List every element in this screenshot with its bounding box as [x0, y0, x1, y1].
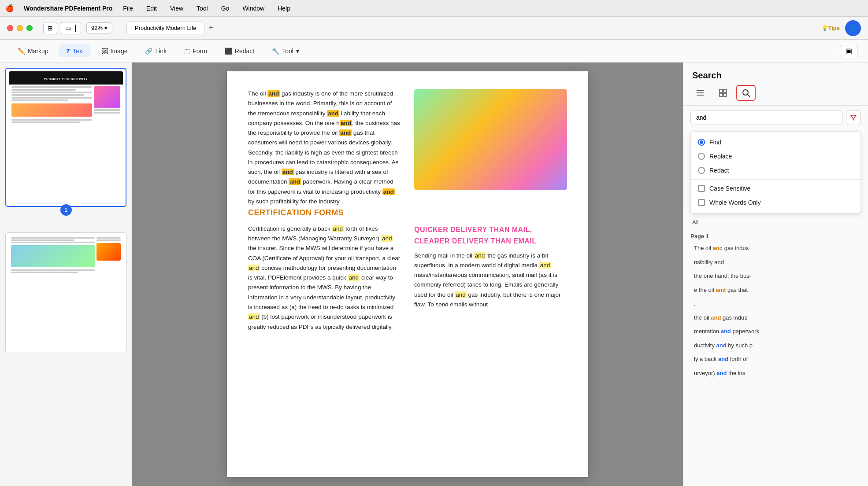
redact-option[interactable]: Redact [691, 163, 861, 177]
left-column: The oil and gas industry is one of the m… [248, 89, 567, 206]
search-input-row [683, 106, 868, 129]
result-item-6[interactable]: the oil and gas indus [690, 311, 861, 325]
header-icons: 💡Tips 👤 [821, 20, 861, 36]
search-tab-grid[interactable] [713, 85, 733, 101]
new-tab-button[interactable]: + [204, 22, 217, 34]
menu-tool[interactable]: Tool [194, 4, 211, 13]
find-label: Find [709, 139, 721, 146]
svg-line-8 [748, 95, 750, 97]
traffic-lights [7, 25, 33, 31]
result-item-10[interactable]: urveyor) and the ins [690, 366, 861, 380]
tool-tool[interactable]: 🔧 Tool ▾ [265, 45, 306, 57]
text-tool[interactable]: T Text [59, 44, 91, 57]
markup-tool[interactable]: ✏️ Markup [11, 45, 56, 57]
link-tool[interactable]: 🔗 Link [138, 45, 174, 57]
main-layout: PROMOTE PRODUCTIVITY [0, 63, 868, 486]
redact-icon: ⬛ [225, 48, 232, 55]
panel-toggle-icon[interactable]: ▣ [840, 45, 857, 57]
replace-label: Replace [709, 153, 732, 160]
zoom-control[interactable]: 92% ▾ [86, 22, 112, 33]
redact-tool[interactable]: ⬛ Redact [218, 45, 261, 57]
menu-edit[interactable]: Edit [144, 4, 160, 13]
search-tab-icon [741, 88, 751, 98]
pdf-page: The oil and gas industry is one of the m… [227, 71, 588, 477]
grid-view-button[interactable]: ⊞ [43, 22, 57, 34]
result-item-8[interactable]: ductivity and by such p [690, 339, 861, 353]
search-tab-search[interactable] [736, 85, 756, 101]
close-button[interactable] [7, 25, 13, 31]
thumb-image-1: PROMOTE PRODUCTIVITY [9, 71, 123, 203]
result-highlight-8: and [716, 342, 727, 349]
whole-words-option[interactable]: Whole Words Only [691, 195, 861, 210]
body-text-left: The oil and gas industry is one of the m… [248, 89, 401, 206]
apple-icon[interactable]: 🍎 [5, 4, 14, 12]
menu-view[interactable]: View [167, 4, 186, 13]
markup-label: Markup [28, 48, 48, 55]
find-option[interactable]: Find [691, 135, 861, 149]
search-tabs [683, 85, 868, 106]
panel-toggle[interactable]: ▣ [840, 45, 857, 57]
case-sensitive-checkbox[interactable] [698, 185, 705, 192]
svg-rect-2 [697, 95, 704, 96]
menu-bar: 🍎 Wondershare PDFelement Pro File Edit V… [0, 0, 868, 17]
highlight-and-cert-3: and [248, 248, 260, 255]
tab-bar: Productivity Modern Life + [126, 22, 816, 34]
result-item-2[interactable]: nsibility and [690, 255, 861, 269]
highlight-and-4: and [339, 129, 352, 136]
search-input[interactable] [690, 110, 842, 125]
minimize-button[interactable] [17, 25, 23, 31]
find-radio[interactable] [698, 139, 705, 146]
sidebar-toggle-button[interactable]: ▭▕ [60, 22, 81, 34]
result-highlight-4: and [716, 287, 726, 293]
menu-window[interactable]: Window [240, 4, 267, 13]
result-item-4[interactable]: e the oil and gas that [690, 283, 861, 297]
dropdown-divider [691, 179, 861, 180]
highlight-and-2: and [327, 110, 339, 117]
result-text-2: a [714, 259, 717, 265]
maximize-button[interactable] [26, 25, 33, 31]
cert-title: CERTIFICATION FORMS [248, 206, 567, 220]
document-image [414, 89, 567, 190]
menu-help[interactable]: Help [275, 4, 293, 13]
highlight-and-7: and [382, 188, 395, 195]
image-tool[interactable]: 🖼 Image [95, 45, 135, 57]
highlight-and-5: and [282, 169, 294, 175]
svg-rect-5 [720, 93, 723, 96]
document-tab[interactable]: Productivity Modern Life [126, 22, 204, 34]
highlight-and-1: and [267, 90, 280, 97]
tips-icon[interactable]: 💡Tips [821, 25, 840, 31]
svg-rect-3 [720, 89, 723, 92]
result-highlight-1: an [713, 245, 720, 251]
image-label: Image [111, 48, 128, 55]
redact-radio[interactable] [698, 167, 705, 174]
page-number-1: 1 [60, 204, 72, 216]
result-item-7[interactable]: mentation and paperwork [690, 324, 861, 339]
result-group-title: Page 1 [690, 233, 861, 239]
result-item-1[interactable]: The oil and gas indus [690, 241, 861, 255]
result-item-5[interactable]: , [690, 297, 861, 311]
results-header: All [683, 215, 868, 229]
case-sensitive-option[interactable]: Case Sensitive [691, 181, 861, 195]
user-avatar[interactable]: 👤 [845, 20, 861, 36]
highlight-and-cert-1: and [498, 191, 510, 198]
menu-go[interactable]: Go [219, 4, 232, 13]
svg-rect-0 [697, 90, 704, 91]
filter-button[interactable] [846, 110, 861, 125]
replace-option[interactable]: Replace [691, 149, 861, 163]
page-thumb-2[interactable] [5, 232, 126, 353]
menu-file[interactable]: File [120, 4, 136, 13]
whole-words-checkbox[interactable] [698, 199, 705, 206]
link-icon: 🔗 [145, 48, 152, 55]
page-thumb-1[interactable]: PROMOTE PRODUCTIVITY [5, 68, 126, 207]
grid-view-icon [718, 88, 728, 98]
svg-rect-6 [723, 93, 727, 96]
result-highlight-6: and [711, 314, 721, 321]
form-tool[interactable]: ⬚ Form [177, 45, 214, 57]
search-tab-list[interactable] [690, 85, 710, 101]
result-item-3[interactable]: the one hand; the busi [690, 269, 861, 283]
results-list: Page 1 The oil and gas indus nsibility a… [683, 229, 868, 486]
view-controls: ⊞ ▭▕ [43, 22, 81, 34]
svg-rect-1 [697, 92, 704, 93]
result-item-9[interactable]: ly a back and forth of [690, 352, 861, 366]
replace-radio[interactable] [698, 153, 705, 160]
